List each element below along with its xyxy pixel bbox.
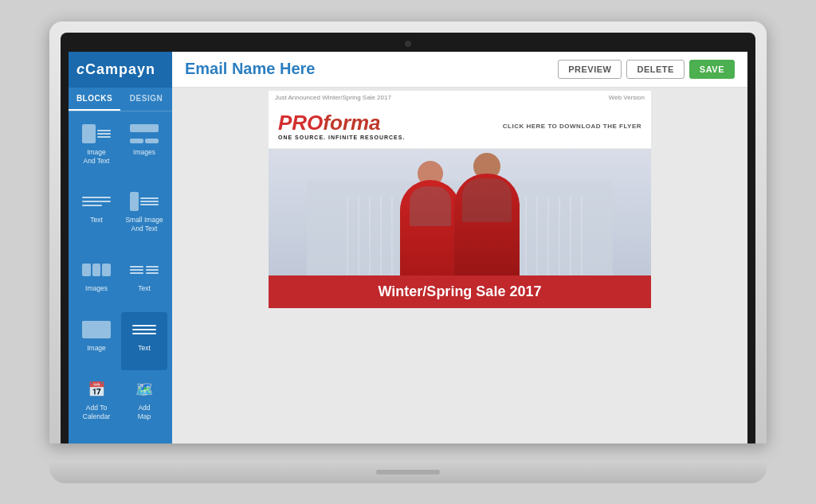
map-icon: 🗺️ bbox=[129, 378, 159, 400]
email-container: Just Announced Winter/Spring Sale 2017 W… bbox=[269, 91, 651, 308]
jacket-shoulder-man bbox=[462, 178, 512, 222]
hero-banner: Winter/Spring Sale 2017 bbox=[269, 275, 651, 308]
hero-banner-text: Winter/Spring Sale 2017 bbox=[278, 283, 641, 300]
sidebar-blocks: ImageAnd Text bbox=[69, 111, 172, 443]
block-label: Text bbox=[138, 344, 151, 353]
sidebar-logo: cCampayn bbox=[69, 52, 172, 88]
images-row-icon bbox=[81, 259, 112, 281]
screen-bezel: cCampayn BLOCKS DESIGN bbox=[61, 33, 755, 443]
block-label: Images bbox=[85, 284, 108, 293]
block-label: Text bbox=[138, 284, 151, 293]
email-header: PROforma ONE SOURCE. INFINITE RESOURCES.… bbox=[269, 104, 651, 149]
top-bar-buttons: PREVIEW DELETE SAVE bbox=[558, 60, 735, 79]
block-label: AddMap bbox=[138, 404, 151, 421]
block-add-map[interactable]: 🗺️ AddMap bbox=[121, 372, 167, 439]
text-block-icon bbox=[129, 318, 159, 341]
sidebar-tabs: BLOCKS DESIGN bbox=[69, 88, 172, 111]
block-label: Text bbox=[90, 216, 103, 225]
tab-blocks[interactable]: BLOCKS bbox=[69, 88, 120, 111]
camera bbox=[405, 41, 411, 47]
pro-tagline: ONE SOURCE. INFINITE RESOURCES. bbox=[278, 135, 405, 140]
save-button[interactable]: SAVE bbox=[689, 60, 735, 79]
figure-man bbox=[454, 153, 520, 276]
block-text-col[interactable]: Text bbox=[121, 252, 167, 311]
block-image-and-text[interactable]: ImageAnd Text bbox=[73, 116, 120, 183]
figure-woman bbox=[400, 161, 461, 276]
small-image-text-icon bbox=[129, 190, 159, 213]
images-icon bbox=[129, 123, 159, 145]
sidebar: cCampayn BLOCKS DESIGN bbox=[69, 52, 172, 443]
top-bar: Email Name Here PREVIEW DELETE SAVE bbox=[172, 52, 747, 88]
block-label: Small ImageAnd Text bbox=[125, 216, 163, 233]
image-icon bbox=[81, 318, 112, 341]
email-meta-left: Just Announced Winter/Spring Sale 2017 bbox=[275, 94, 391, 101]
email-title[interactable]: Email Name Here bbox=[185, 60, 315, 78]
logo-text: cCampayn bbox=[76, 61, 155, 78]
text-col-icon bbox=[129, 259, 159, 281]
block-label: Images bbox=[133, 148, 155, 157]
jacket-shoulder bbox=[410, 186, 451, 226]
calendar-icon: 📅 bbox=[81, 378, 112, 400]
block-images-row[interactable]: Images bbox=[73, 252, 120, 311]
delete-button[interactable]: DELETE bbox=[626, 60, 684, 79]
body-man bbox=[454, 174, 520, 276]
preview-button[interactable]: PREVIEW bbox=[558, 60, 622, 79]
email-header-cta: CLICK HERE TO DOWNLOAD THE FLYER bbox=[503, 123, 641, 130]
app-layout: cCampayn BLOCKS DESIGN bbox=[69, 52, 747, 443]
screen: cCampayn BLOCKS DESIGN bbox=[69, 52, 747, 443]
block-image[interactable]: Image bbox=[73, 312, 120, 370]
main-content: Email Name Here PREVIEW DELETE SAVE bbox=[172, 52, 747, 443]
block-label: Image bbox=[87, 344, 106, 353]
hero-figures bbox=[269, 149, 651, 276]
block-text-active[interactable]: Text bbox=[121, 312, 167, 370]
pro-text: PROforma bbox=[278, 112, 405, 133]
block-images[interactable]: Images bbox=[121, 116, 167, 183]
email-meta-bar: Just Announced Winter/Spring Sale 2017 W… bbox=[269, 91, 651, 104]
laptop-base bbox=[49, 461, 767, 483]
block-label: Add ToCalendar bbox=[83, 404, 111, 421]
laptop-body: cCampayn BLOCKS DESIGN bbox=[49, 21, 767, 443]
block-small-image-text[interactable]: Small ImageAnd Text bbox=[121, 184, 167, 251]
block-add-calendar[interactable]: 📅 Add ToCalendar bbox=[73, 372, 120, 439]
body-woman bbox=[400, 180, 461, 276]
forma-part: forma bbox=[323, 111, 380, 135]
proforma-logo: PROforma ONE SOURCE. INFINITE RESOURCES. bbox=[278, 112, 405, 140]
pro-part: PRO bbox=[278, 111, 323, 135]
image-text-icon bbox=[81, 123, 112, 145]
logo-c: c bbox=[76, 61, 85, 77]
email-hero: Winter/Spring Sale 2017 bbox=[269, 149, 651, 308]
tab-design[interactable]: DESIGN bbox=[120, 88, 172, 111]
text-icon bbox=[81, 190, 112, 213]
email-preview[interactable]: Just Announced Winter/Spring Sale 2017 W… bbox=[172, 88, 747, 443]
block-text[interactable]: Text bbox=[73, 184, 120, 251]
block-label: ImageAnd Text bbox=[84, 148, 110, 166]
email-meta-right: Web Version bbox=[609, 94, 645, 101]
laptop-wrapper: cCampayn BLOCKS DESIGN bbox=[49, 21, 767, 483]
